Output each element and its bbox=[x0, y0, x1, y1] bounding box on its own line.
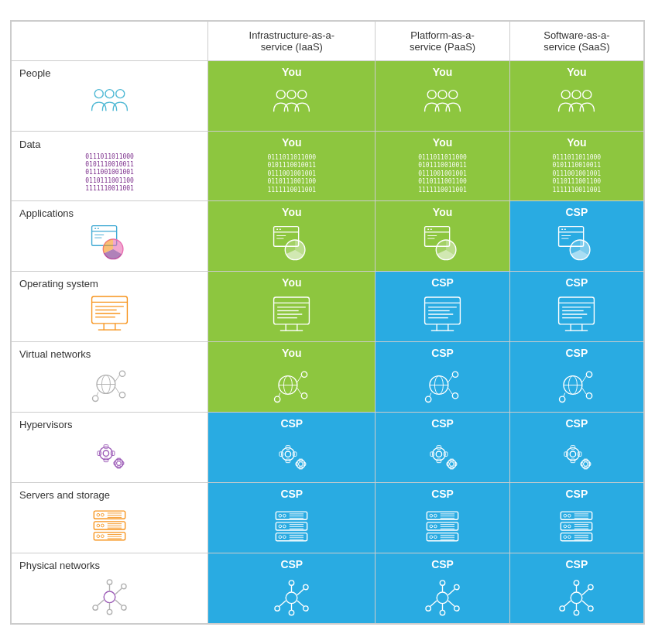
svg-point-197 bbox=[430, 514, 433, 517]
svg-point-191 bbox=[279, 536, 282, 539]
svg-line-268 bbox=[582, 601, 588, 606]
svg-point-149 bbox=[571, 451, 576, 457]
os-paas-icon bbox=[379, 293, 506, 336]
svg-point-155 bbox=[584, 462, 588, 467]
servers-saas-icon bbox=[513, 505, 640, 547]
svg-point-125 bbox=[286, 451, 291, 457]
svg-point-221 bbox=[564, 525, 567, 528]
svg-point-108 bbox=[560, 396, 565, 402]
table-row: Virtual networks bbox=[12, 341, 644, 412]
svg-point-222 bbox=[568, 525, 571, 528]
os-iaas-cell: You bbox=[208, 271, 376, 341]
svg-line-237 bbox=[98, 600, 104, 605]
svg-line-109 bbox=[582, 376, 587, 382]
svg-point-238 bbox=[107, 579, 111, 584]
header-row: Infrastructure-as-a-service (IaaS) Platf… bbox=[12, 21, 644, 60]
svg-line-248 bbox=[279, 601, 286, 606]
svg-point-203 bbox=[430, 525, 433, 528]
svg-line-256 bbox=[448, 589, 454, 594]
people-icon bbox=[88, 82, 131, 125]
servers-paas-cell: CSP bbox=[376, 482, 509, 553]
svg-point-113 bbox=[103, 450, 108, 456]
applications-iaas-cell: You bbox=[208, 200, 376, 271]
header-paas: Platform-as-a-service (PaaS) bbox=[376, 21, 509, 60]
people-saas-icon bbox=[513, 83, 640, 125]
physical-networks-saas-cell: CSP bbox=[509, 553, 643, 623]
svg-point-264 bbox=[426, 606, 430, 611]
vnet-iaas-icon bbox=[211, 364, 372, 406]
people-icon-label bbox=[19, 82, 200, 125]
svg-point-112 bbox=[100, 447, 113, 460]
data-paas-icon: 0111011011000010111001001101110010010010… bbox=[379, 153, 506, 196]
svg-point-8 bbox=[449, 91, 458, 99]
svg-line-83 bbox=[115, 387, 120, 393]
svg-point-2 bbox=[116, 89, 125, 98]
svg-point-0 bbox=[94, 89, 103, 98]
svg-point-10 bbox=[572, 91, 581, 99]
vnet-paas-icon bbox=[379, 364, 506, 406]
svg-point-204 bbox=[434, 525, 437, 528]
svg-point-80 bbox=[119, 392, 125, 397]
svg-point-261 bbox=[454, 584, 459, 589]
svg-point-273 bbox=[588, 606, 593, 611]
svg-point-250 bbox=[303, 584, 308, 589]
svg-point-209 bbox=[430, 536, 433, 539]
svg-point-137 bbox=[436, 451, 441, 457]
row-label-physical-networks: Physical networks bbox=[12, 553, 208, 623]
svg-point-232 bbox=[104, 591, 115, 603]
svg-line-92 bbox=[297, 388, 302, 394]
row-label-os: Operating system bbox=[12, 271, 208, 341]
svg-point-124 bbox=[282, 447, 295, 461]
applications-paas-icon bbox=[379, 223, 506, 265]
svg-line-100 bbox=[448, 376, 453, 382]
svg-point-252 bbox=[290, 610, 294, 615]
table-row: Hypervisors bbox=[12, 412, 644, 482]
vnet-icon bbox=[88, 363, 131, 406]
table-row: Operating system bbox=[12, 271, 644, 341]
data-iaas-icon: 0111011011000010111001001101110010010010… bbox=[211, 153, 372, 196]
svg-point-180 bbox=[283, 514, 286, 517]
row-label-people: People bbox=[12, 60, 208, 131]
data-paas-cell: You 011101101100001011100100110111001001… bbox=[376, 131, 509, 200]
svg-point-154 bbox=[581, 460, 590, 468]
svg-point-216 bbox=[568, 514, 571, 517]
table-row: Servers and storage bbox=[12, 482, 644, 553]
hypervisors-saas-cell: CSP bbox=[509, 412, 643, 482]
svg-line-93 bbox=[279, 393, 280, 397]
svg-point-4 bbox=[287, 91, 296, 99]
table-row: Physical networks bbox=[12, 553, 644, 623]
hypervisors-paas-icon bbox=[379, 434, 506, 477]
svg-point-9 bbox=[562, 91, 571, 99]
servers-iaas-cell: CSP bbox=[208, 482, 376, 553]
row-label-data: Data 01110110110000101110010011011100100… bbox=[12, 131, 208, 200]
servers-saas-cell: CSP bbox=[509, 482, 643, 553]
header-saas: Software-as-a-service (SaaS) bbox=[509, 21, 643, 60]
svg-point-179 bbox=[279, 514, 282, 517]
people-paas-icon bbox=[379, 83, 506, 125]
svg-line-101 bbox=[448, 388, 453, 394]
vnet-icon-label bbox=[19, 363, 200, 406]
svg-point-243 bbox=[286, 592, 297, 604]
svg-point-136 bbox=[433, 447, 446, 461]
hypervisors-icon-label bbox=[19, 433, 200, 476]
applications-icon bbox=[88, 222, 131, 265]
svg-point-11 bbox=[583, 91, 592, 99]
svg-point-3 bbox=[277, 91, 286, 99]
svg-line-82 bbox=[115, 375, 120, 381]
data-icon-label: 0111011011000010111001001101110010010010… bbox=[19, 153, 200, 194]
svg-line-267 bbox=[582, 589, 588, 594]
svg-point-272 bbox=[588, 584, 593, 589]
people-paas-cell: You bbox=[376, 60, 509, 131]
os-paas-cell: CSP bbox=[376, 271, 509, 341]
physical-networks-iaas-icon bbox=[211, 575, 372, 618]
svg-line-91 bbox=[297, 376, 302, 382]
svg-line-102 bbox=[430, 393, 431, 397]
data-saas-icon: 0111011011000010111001001101110010010010… bbox=[513, 153, 640, 196]
svg-point-99 bbox=[426, 396, 431, 402]
vnet-paas-cell: CSP bbox=[376, 341, 509, 412]
people-iaas-icon bbox=[211, 83, 372, 125]
svg-point-162 bbox=[101, 513, 105, 516]
svg-point-242 bbox=[93, 605, 98, 609]
svg-point-1 bbox=[105, 89, 114, 98]
svg-point-106 bbox=[587, 372, 592, 377]
